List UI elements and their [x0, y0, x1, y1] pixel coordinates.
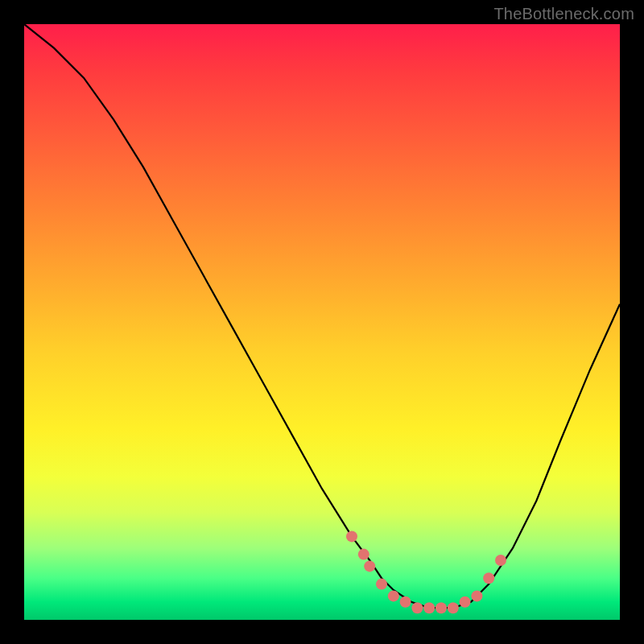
threshold-dot [411, 602, 423, 613]
threshold-dot [483, 572, 494, 584]
threshold-dot [358, 549, 369, 560]
threshold-dot [346, 530, 357, 542]
threshold-dot [436, 602, 447, 613]
threshold-dot [495, 555, 506, 566]
watermark-text: TheBottleneck.com [493, 5, 634, 23]
threshold-dots-group [346, 530, 506, 613]
threshold-dot [448, 602, 459, 613]
chart-plot-area [24, 24, 620, 620]
threshold-dot [423, 602, 435, 613]
threshold-dot [364, 560, 375, 572]
threshold-dot [471, 590, 482, 601]
threshold-dot [400, 597, 411, 608]
threshold-dot [460, 597, 471, 608]
chart-svg [24, 24, 620, 620]
bottleneck-curve [24, 24, 620, 608]
threshold-dot [388, 590, 399, 601]
threshold-dot [376, 579, 387, 590]
